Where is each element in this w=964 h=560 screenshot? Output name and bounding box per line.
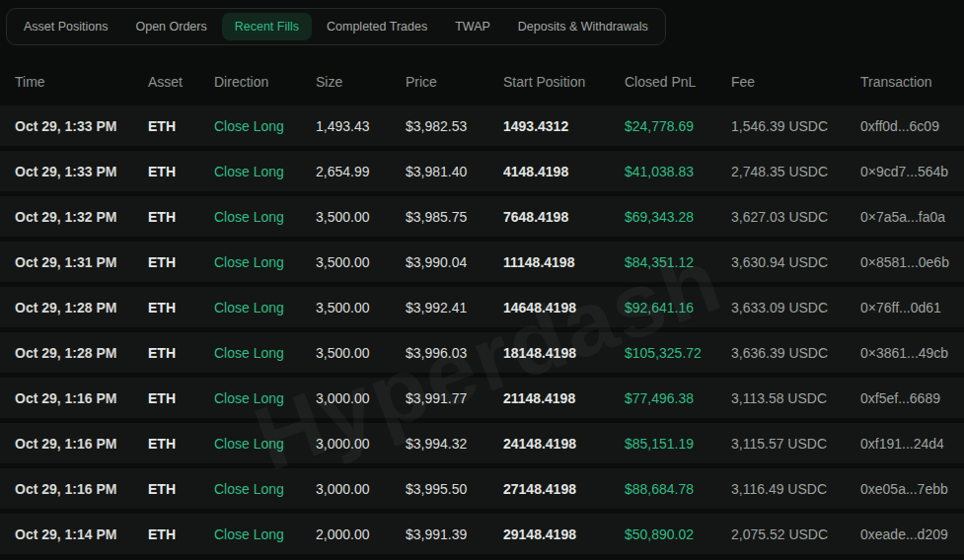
transaction-link[interactable]: 0×9cd7...564b	[860, 164, 964, 179]
column-header-asset: Asset	[148, 74, 214, 90]
column-header-start-position: Start Position	[503, 74, 625, 90]
cell-time: Oct 29, 1:16 PM	[0, 390, 148, 406]
cell-time: Oct 29, 1:28 PM	[0, 300, 148, 315]
tab-asset-positions[interactable]: Asset Positions	[11, 13, 120, 40]
cell-time: Oct 29, 1:16 PM	[0, 436, 148, 452]
cell-asset: ETH	[148, 436, 214, 452]
table-row[interactable]: Oct 29, 1:33 PM ETH Close Long 2,654.99 …	[0, 151, 964, 191]
cell-start-position: 29148.4198	[503, 526, 625, 542]
tab-recent-fills[interactable]: Recent Fills	[222, 13, 312, 40]
cell-price: $3,981.40	[406, 164, 503, 179]
tab-completed-trades[interactable]: Completed Trades	[314, 13, 440, 40]
cell-size: 3,000.00	[316, 436, 406, 452]
cell-time: Oct 29, 1:32 PM	[0, 209, 148, 225]
cell-closed-pnl: $92,641.16	[625, 300, 731, 315]
cell-closed-pnl: $50,890.02	[625, 526, 731, 542]
cell-asset: ETH	[148, 164, 214, 179]
cell-direction: Close Long	[214, 481, 316, 497]
cell-size: 3,500.00	[316, 345, 406, 361]
cell-closed-pnl: $105,325.72	[625, 345, 731, 361]
table-row[interactable]: Oct 29, 1:33 PM ETH Close Long 1,493.43 …	[0, 105, 964, 146]
table-row[interactable]: Oct 29, 1:16 PM ETH Close Long 3,000.00 …	[0, 378, 964, 418]
transaction-link[interactable]: 0×3861...49cb	[860, 345, 964, 361]
cell-time: Oct 29, 1:16 PM	[0, 481, 148, 497]
transaction-link[interactable]: 0×8581...0e6b	[860, 254, 964, 270]
cell-asset: ETH	[148, 481, 214, 497]
cell-asset: ETH	[148, 345, 214, 361]
cell-price: $3,995.50	[406, 481, 503, 497]
cell-time: Oct 29, 1:31 PM	[0, 254, 148, 270]
transaction-link[interactable]: 0×76ff...0d61	[860, 300, 964, 315]
cell-fee: 3,633.09 USDC	[731, 300, 860, 315]
cell-size: 3,000.00	[316, 481, 406, 497]
cell-price: $3,990.04	[406, 254, 503, 270]
cell-size: 3,500.00	[316, 254, 406, 270]
table-row[interactable]: Oct 29, 1:16 PM ETH Close Long 3,000.00 …	[0, 468, 964, 509]
cell-asset: ETH	[148, 254, 214, 270]
table-row[interactable]: Oct 29, 1:28 PM ETH Close Long 3,500.00 …	[0, 332, 964, 373]
table-row[interactable]: Oct 29, 1:31 PM ETH Close Long 3,500.00 …	[0, 242, 964, 282]
cell-direction: Close Long	[214, 390, 316, 406]
cell-size: 2,000.00	[316, 526, 406, 542]
cell-price: $3,982.53	[406, 118, 503, 134]
column-header-fee: Fee	[731, 74, 860, 90]
cell-fee: 3,115.57 USDC	[731, 436, 860, 452]
transaction-link[interactable]: 0xeade...d209	[860, 526, 964, 542]
cell-price: $3,985.75	[406, 209, 503, 225]
cell-start-position: 24148.4198	[503, 436, 625, 452]
cell-size: 2,654.99	[316, 164, 406, 179]
transaction-link[interactable]: 0xe05a...7ebb	[860, 481, 964, 497]
cell-size: 1,493.43	[316, 118, 406, 134]
table-row[interactable]: Oct 29, 1:16 PM ETH Close Long 3,000.00 …	[0, 423, 964, 463]
tab-open-orders[interactable]: Open Orders	[122, 13, 219, 40]
cell-price: $3,994.32	[406, 436, 503, 452]
cell-direction: Close Long	[214, 436, 316, 452]
tab-bar: Asset Positions Open Orders Recent Fills…	[6, 8, 666, 45]
column-header-direction: Direction	[214, 74, 316, 90]
cell-price: $3,991.39	[406, 526, 503, 542]
tab-twap[interactable]: TWAP	[442, 13, 503, 40]
cell-closed-pnl: $41,038.83	[625, 164, 731, 179]
cell-fee: 2,748.35 USDC	[731, 164, 860, 179]
cell-size: 3,500.00	[316, 300, 406, 315]
cell-size: 3,000.00	[316, 390, 406, 406]
column-header-transaction: Transaction	[860, 74, 964, 90]
cell-fee: 2,075.52 USDC	[731, 526, 860, 542]
tab-deposits-withdrawals[interactable]: Deposits & Withdrawals	[505, 13, 661, 40]
cell-start-position: 18148.4198	[503, 345, 625, 361]
column-header-price: Price	[406, 74, 503, 90]
table-row[interactable]: Oct 29, 1:32 PM ETH Close Long 3,500.00 …	[0, 196, 964, 237]
column-header-size: Size	[316, 74, 406, 90]
transaction-link[interactable]: 0×7a5a...fa0a	[860, 209, 964, 225]
fills-table-body: Oct 29, 1:33 PM ETH Close Long 1,493.43 …	[0, 105, 964, 559]
cell-start-position: 1493.4312	[503, 118, 625, 134]
transaction-link[interactable]: 0xf5ef...6689	[860, 390, 964, 406]
cell-fee: 1,546.39 USDC	[731, 118, 860, 134]
transaction-link[interactable]: 0xf191...24d4	[860, 436, 964, 452]
table-row[interactable]: Oct 29, 1:14 PM ETH Close Long 2,000.00 …	[0, 514, 964, 554]
cell-fee: 3,116.49 USDC	[731, 481, 860, 497]
cell-asset: ETH	[148, 526, 214, 542]
cell-fee: 3,627.03 USDC	[731, 209, 860, 225]
cell-price: $3,992.41	[406, 300, 503, 315]
column-header-time: Time	[0, 74, 148, 90]
cell-direction: Close Long	[214, 209, 316, 225]
cell-asset: ETH	[148, 118, 214, 134]
cell-time: Oct 29, 1:28 PM	[0, 345, 148, 361]
transaction-link[interactable]: 0xff0d...6c09	[860, 118, 964, 134]
cell-fee: 3,113.58 USDC	[731, 390, 860, 406]
cell-closed-pnl: $84,351.12	[625, 254, 731, 270]
cell-start-position: 7648.4198	[503, 209, 625, 225]
cell-size: 3,500.00	[316, 209, 406, 225]
cell-time: Oct 29, 1:33 PM	[0, 164, 148, 179]
cell-direction: Close Long	[214, 164, 316, 179]
cell-closed-pnl: $24,778.69	[625, 118, 731, 134]
cell-direction: Close Long	[214, 526, 316, 542]
cell-time: Oct 29, 1:33 PM	[0, 118, 148, 134]
cell-start-position: 11148.4198	[503, 254, 625, 270]
cell-asset: ETH	[148, 390, 214, 406]
cell-asset: ETH	[148, 300, 214, 315]
cell-closed-pnl: $69,343.28	[625, 209, 731, 225]
table-row[interactable]: Oct 29, 1:28 PM ETH Close Long 3,500.00 …	[0, 287, 964, 327]
cell-start-position: 21148.4198	[503, 390, 625, 406]
